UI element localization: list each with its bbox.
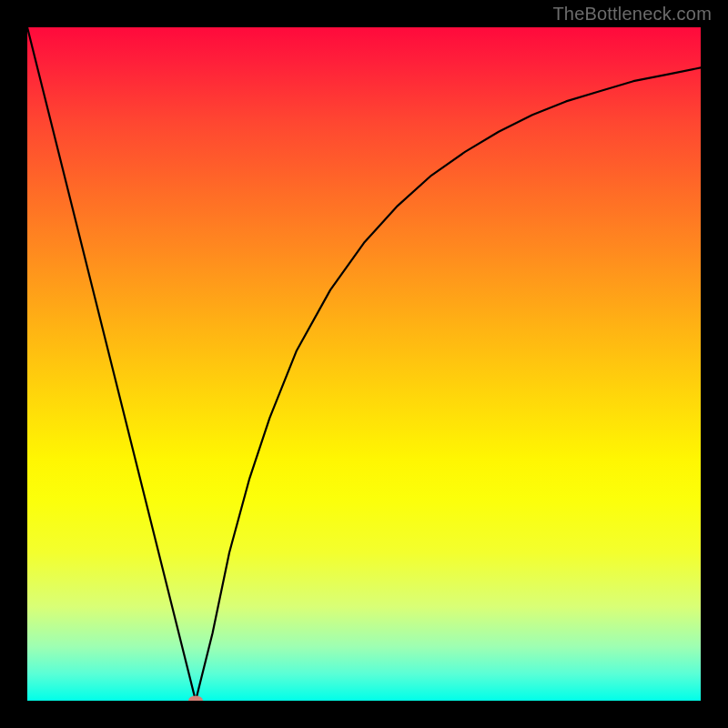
minimum-marker-icon [188,696,203,702]
chart-frame: TheBottleneck.com [0,0,728,728]
plot-area [27,27,701,701]
bottleneck-curve [27,27,701,701]
watermark-text: TheBottleneck.com [552,4,712,25]
curve-svg [27,27,701,701]
